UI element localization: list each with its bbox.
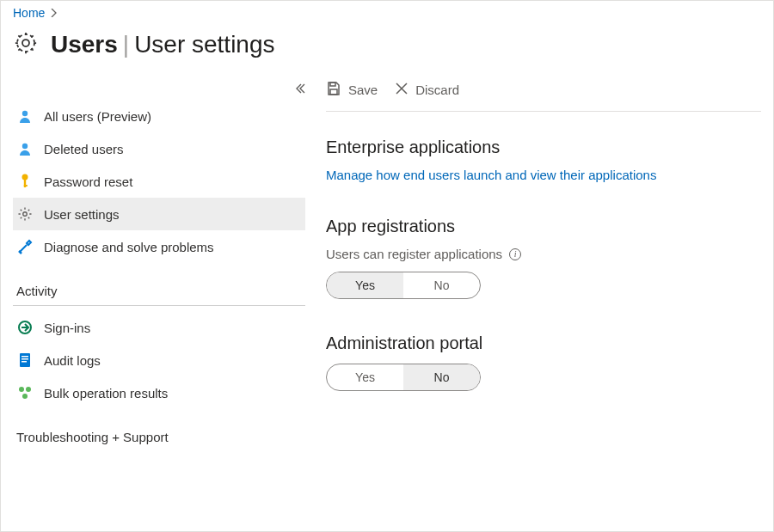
sidebar-troubleshoot-header: Troubleshooting + Support bbox=[13, 425, 305, 451]
sidebar-item-audit-logs[interactable]: Audit logs bbox=[13, 344, 305, 376]
sidebar-item-user-settings[interactable]: User settings bbox=[13, 198, 305, 230]
svg-rect-17 bbox=[330, 89, 337, 95]
title-page: User settings bbox=[134, 31, 274, 58]
signin-icon bbox=[16, 319, 34, 336]
svg-rect-9 bbox=[20, 353, 30, 367]
admin-portal-section: Administration portal Yes No bbox=[326, 333, 761, 391]
appreg-toggle-no[interactable]: No bbox=[403, 272, 480, 298]
main-panel: Save Discard Enterprise applications Man… bbox=[326, 76, 761, 456]
log-icon bbox=[16, 352, 34, 369]
person-icon bbox=[16, 140, 34, 157]
breadcrumb-home[interactable]: Home bbox=[13, 6, 45, 20]
sidebar-item-all-users[interactable]: All users (Preview) bbox=[13, 100, 305, 132]
page-title: Users|User settings bbox=[51, 31, 275, 58]
sidebar-label: Diagnose and solve problems bbox=[44, 240, 214, 254]
save-label: Save bbox=[348, 83, 378, 97]
discard-label: Discard bbox=[415, 83, 459, 97]
chevron-right-icon bbox=[50, 7, 58, 20]
sidebar-item-diagnose[interactable]: Diagnose and solve problems bbox=[13, 230, 305, 263]
save-button[interactable]: Save bbox=[326, 81, 378, 99]
bulk-icon bbox=[16, 384, 34, 401]
sidebar-label: Deleted users bbox=[44, 142, 124, 156]
svg-rect-16 bbox=[330, 83, 335, 86]
enterprise-title: Enterprise applications bbox=[326, 138, 761, 157]
sidebar-label: Bulk operation results bbox=[44, 386, 168, 401]
svg-rect-12 bbox=[22, 361, 27, 363]
admin-toggle-no[interactable]: No bbox=[403, 364, 480, 390]
appreg-toggle: Yes No bbox=[326, 272, 481, 299]
admin-title: Administration portal bbox=[326, 333, 761, 353]
discard-button[interactable]: Discard bbox=[395, 82, 459, 98]
close-icon bbox=[395, 82, 408, 98]
sidebar-label: All users (Preview) bbox=[44, 109, 151, 124]
appreg-setting-label: Users can register applications i bbox=[326, 247, 761, 261]
appreg-title: App registrations bbox=[326, 217, 761, 236]
gear-icon bbox=[13, 30, 39, 58]
admin-toggle-yes[interactable]: Yes bbox=[327, 364, 403, 390]
sidebar-label: Audit logs bbox=[44, 353, 101, 368]
svg-rect-10 bbox=[22, 356, 28, 358]
wrench-icon bbox=[16, 238, 34, 255]
sidebar-label: User settings bbox=[44, 207, 120, 222]
sidebar-activity-header: Activity bbox=[13, 278, 305, 306]
breadcrumb: Home bbox=[1, 1, 773, 21]
sidebar-label: Password reset bbox=[44, 174, 132, 189]
title-users: Users bbox=[51, 31, 118, 58]
svg-point-13 bbox=[19, 387, 24, 392]
save-icon bbox=[326, 81, 341, 99]
key-icon bbox=[16, 173, 34, 190]
person-icon bbox=[16, 107, 34, 125]
sidebar-label: Sign-ins bbox=[44, 321, 90, 335]
sidebar: All users (Preview) Deleted users Passwo… bbox=[13, 76, 305, 456]
app-registrations-section: App registrations Users can register app… bbox=[326, 217, 761, 299]
gear-icon bbox=[16, 205, 34, 223]
svg-point-14 bbox=[26, 387, 31, 392]
enterprise-apps-section: Enterprise applications Manage how end u… bbox=[326, 138, 761, 182]
svg-point-0 bbox=[22, 40, 29, 46]
sidebar-item-bulk-results[interactable]: Bulk operation results bbox=[13, 376, 305, 409]
info-icon[interactable]: i bbox=[509, 248, 521, 260]
toolbar: Save Discard bbox=[326, 76, 761, 112]
svg-rect-6 bbox=[24, 185, 28, 187]
svg-point-3 bbox=[22, 144, 28, 149]
svg-point-15 bbox=[22, 394, 28, 399]
collapse-icon[interactable] bbox=[293, 81, 305, 99]
appreg-toggle-yes[interactable]: Yes bbox=[327, 272, 403, 298]
page-header: Users|User settings bbox=[1, 21, 773, 76]
svg-point-2 bbox=[22, 111, 28, 116]
sidebar-item-password-reset[interactable]: Password reset bbox=[13, 165, 305, 198]
sidebar-item-signins[interactable]: Sign-ins bbox=[13, 311, 305, 344]
admin-toggle: Yes No bbox=[326, 364, 481, 391]
sidebar-item-deleted-users[interactable]: Deleted users bbox=[13, 132, 305, 165]
appreg-label-text: Users can register applications bbox=[326, 247, 502, 261]
svg-point-7 bbox=[23, 212, 28, 217]
svg-rect-11 bbox=[22, 358, 28, 360]
enterprise-manage-link[interactable]: Manage how end users launch and view the… bbox=[326, 168, 656, 182]
